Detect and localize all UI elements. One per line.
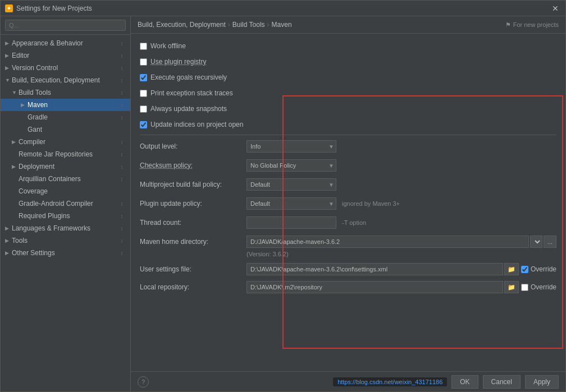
- sidebar-item-required-plugins-label: Required Plugins: [19, 212, 118, 220]
- sidebar-item-arquillian-label: Arquillian Containers: [19, 175, 118, 183]
- app-icon: ✦: [5, 4, 13, 12]
- sidebar-item-maven-sync-icon: ↕: [118, 102, 126, 108]
- sidebar-item-coverage-label: Coverage: [19, 187, 126, 195]
- sidebar-item-other-settings-arrow-icon: ▶: [5, 250, 12, 256]
- sidebar-item-maven[interactable]: ▶Maven↕: [1, 99, 130, 111]
- local-repo-input[interactable]: [247, 281, 503, 293]
- checkboxes-container: Work offlineUse plugin registryExecute g…: [140, 40, 556, 130]
- help-button[interactable]: ?: [138, 376, 149, 388]
- bottom-left: ?: [138, 376, 149, 388]
- always-update-label[interactable]: Always update snapshots: [150, 105, 227, 113]
- sidebar-item-required-plugins[interactable]: Required Plugins↕: [1, 210, 130, 222]
- sidebar-item-remote-jar[interactable]: Remote Jar Repositories↕: [1, 148, 130, 160]
- thread-count-input[interactable]: [247, 216, 336, 229]
- sidebar-item-other-settings[interactable]: ▶Other Settings↕: [1, 247, 130, 259]
- execute-goals-checkbox[interactable]: [140, 74, 147, 81]
- sidebar-item-build-tools-arrow-icon: ▼: [12, 90, 19, 95]
- sidebar-item-gradle-sync-icon: ↕: [118, 114, 126, 121]
- sidebar-item-gradle[interactable]: Gradle↕: [1, 111, 130, 123]
- checkbox-row-print-exception: Print exception stack traces: [140, 87, 556, 99]
- user-settings-input[interactable]: [247, 263, 503, 275]
- update-indices-checkbox[interactable]: [140, 121, 147, 128]
- sidebar-item-required-plugins-sync-icon: ↕: [118, 213, 126, 219]
- sidebar-item-appearance[interactable]: ▶Appearance & Behavior↕: [1, 37, 130, 49]
- checksum-policy-select[interactable]: No Global PolicyWarnFailIgnore: [247, 159, 336, 172]
- sidebar-item-maven-arrow-icon: ▶: [21, 102, 28, 108]
- breadcrumb-part-2: Build Tools: [232, 21, 265, 29]
- sidebar-item-editor-arrow-icon: ▶: [5, 53, 12, 58]
- sidebar-item-editor-label: Editor: [12, 52, 118, 59]
- sidebar-item-build-execution[interactable]: ▼Build, Execution, Deployment↕: [1, 74, 130, 86]
- sidebar-item-other-settings-label: Other Settings: [12, 249, 118, 257]
- execute-goals-label[interactable]: Execute goals recursively: [150, 73, 227, 81]
- user-settings-browse-button[interactable]: 📁: [504, 263, 519, 275]
- use-plugin-registry-checkbox[interactable]: [140, 58, 147, 66]
- ok-button[interactable]: OK: [451, 375, 478, 389]
- local-repo-override-checkbox[interactable]: [521, 284, 528, 291]
- sidebar-item-coverage[interactable]: Coverage: [1, 185, 130, 197]
- sidebar-item-gant[interactable]: Gant: [1, 123, 130, 136]
- sidebar-item-arquillian[interactable]: Arquillian Containers↕: [1, 173, 130, 185]
- checksum-policy-row: Checksum policy: No Global PolicyWarnFai…: [140, 159, 556, 172]
- sidebar-item-gant-label: Gant: [28, 126, 126, 133]
- sidebar-item-tools-sync-icon: ↕: [118, 238, 126, 244]
- plugin-update-select[interactable]: DefaultAlwaysNever: [247, 197, 336, 210]
- work-offline-label[interactable]: Work offline: [150, 42, 186, 50]
- sidebar-item-editor[interactable]: ▶Editor↕: [1, 49, 130, 62]
- sidebar-item-gradle-android[interactable]: Gradle-Android Compiler↕: [1, 197, 130, 210]
- sidebar-item-deployment-label: Deployment: [19, 163, 118, 170]
- multiproject-select-wrapper: DefaultContinueAt EndNever ▼: [247, 178, 336, 191]
- local-repo-browse-button[interactable]: 📁: [504, 281, 519, 293]
- title-bar-left: ✦ Settings for New Projects: [5, 4, 92, 12]
- output-level-select[interactable]: InfoDebugQuiet: [247, 140, 336, 153]
- sidebar-item-deployment[interactable]: ▶Deployment↕: [1, 160, 130, 173]
- sidebar-item-version-control[interactable]: ▶Version Control↕: [1, 62, 130, 74]
- always-update-checkbox[interactable]: [140, 105, 147, 113]
- sidebar-item-languages[interactable]: ▶Languages & Frameworks↕: [1, 222, 130, 234]
- work-offline-checkbox[interactable]: [140, 43, 147, 50]
- maven-home-more-button[interactable]: ...: [544, 236, 556, 248]
- sidebar-item-deployment-arrow-icon: ▶: [12, 164, 19, 169]
- sidebar-item-appearance-label: Appearance & Behavior: [12, 39, 118, 47]
- use-plugin-registry-label[interactable]: Use plugin registry: [150, 58, 206, 66]
- close-button[interactable]: ✕: [550, 3, 561, 14]
- sidebar-item-build-tools[interactable]: ▼Build Tools↕: [1, 86, 130, 99]
- content-area: Build, Execution, Deployment › Build Too…: [131, 16, 565, 391]
- sidebar-item-languages-label: Languages & Frameworks: [12, 224, 118, 232]
- sidebar-item-other-settings-sync-icon: ↕: [118, 250, 126, 256]
- user-settings-override-checkbox[interactable]: [521, 266, 528, 273]
- settings-window: ✦ Settings for New Projects ✕ ▶Appearanc…: [0, 0, 566, 392]
- update-indices-label[interactable]: Update indices on project open: [150, 121, 243, 128]
- output-level-row: Output level: InfoDebugQuiet ▼: [140, 140, 556, 153]
- multiproject-select[interactable]: DefaultContinueAt EndNever: [247, 178, 336, 191]
- maven-version-hint: (Version: 3.6.2): [247, 251, 556, 257]
- plugin-update-label: Plugin update policy:: [140, 200, 247, 207]
- checksum-policy-select-wrapper: No Global PolicyWarnFailIgnore ▼: [247, 159, 336, 172]
- local-repo-row: Local repository: 📁 Override: [140, 281, 556, 293]
- cancel-button[interactable]: Cancel: [483, 375, 521, 389]
- content-body: Work offlineUse plugin registryExecute g…: [131, 34, 565, 371]
- local-repo-override-label[interactable]: Override: [531, 283, 556, 291]
- content-header: Build, Execution, Deployment › Build Too…: [131, 16, 565, 34]
- user-settings-row: User settings file: 📁 Override: [140, 263, 556, 275]
- sidebar-item-tools[interactable]: ▶Tools↕: [1, 234, 130, 247]
- user-settings-override-label[interactable]: Override: [531, 265, 556, 273]
- for-new-projects: ⚑ For new projects: [505, 21, 559, 29]
- sidebar-item-compiler[interactable]: ▶Compiler↕: [1, 136, 130, 148]
- print-exception-label[interactable]: Print exception stack traces: [150, 89, 233, 97]
- sidebar-item-compiler-label: Compiler: [19, 138, 118, 146]
- breadcrumb: Build, Execution, Deployment › Build Too…: [138, 21, 292, 29]
- maven-home-input[interactable]: [247, 236, 529, 248]
- sidebar-item-build-execution-arrow-icon: ▼: [5, 77, 12, 83]
- search-input[interactable]: [5, 20, 126, 31]
- thread-count-label: Thread count:: [140, 219, 247, 227]
- sidebar-item-maven-label: Maven: [28, 101, 118, 109]
- maven-home-dropdown[interactable]: ▼: [530, 236, 542, 248]
- apply-button[interactable]: Apply: [525, 375, 559, 389]
- sidebar-item-appearance-sync-icon: ↕: [118, 40, 126, 47]
- for-new-projects-label: For new projects: [513, 21, 559, 28]
- sidebar-tree: ▶Appearance & Behavior↕▶Editor↕▶Version …: [1, 35, 130, 391]
- divider: [140, 135, 556, 135]
- output-level-select-wrapper: InfoDebugQuiet ▼: [247, 140, 336, 153]
- print-exception-checkbox[interactable]: [140, 90, 147, 97]
